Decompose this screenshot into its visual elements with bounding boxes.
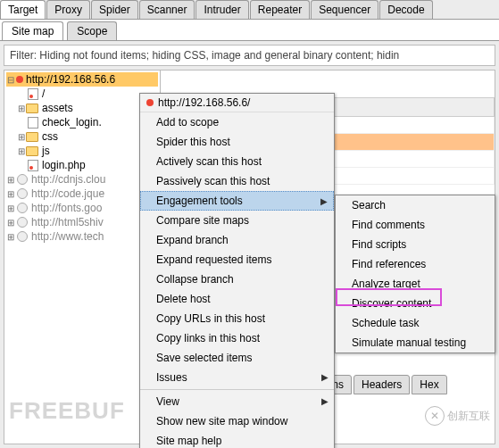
ctx-item-label: Issues bbox=[156, 371, 187, 384]
submenu-arrow-icon: ▶ bbox=[320, 196, 328, 206]
context-menu: http://192.168.56.6/ Add to scope Spider… bbox=[139, 93, 335, 448]
tree-item[interactable]: check_login. bbox=[6, 115, 158, 129]
col-url[interactable] bbox=[309, 98, 495, 117]
tree-item-label: http://html5shiv bbox=[31, 216, 104, 228]
ctx-simulate-testing[interactable]: Simulate manual testing bbox=[336, 333, 495, 353]
file-icon bbox=[28, 117, 38, 129]
tree-item[interactable]: ⊞ http://fonts.goo bbox=[6, 201, 158, 215]
ctx-expand-branch[interactable]: Expand branch bbox=[140, 230, 334, 250]
ctx-add-to-scope[interactable]: Add to scope bbox=[140, 112, 334, 132]
ctx-find-comments[interactable]: Find comments bbox=[336, 215, 495, 235]
tree-item-label: http://code.jque bbox=[31, 187, 104, 200]
expand-handle-icon[interactable]: ⊟ bbox=[6, 75, 15, 85]
ctx-item-label: View bbox=[156, 395, 179, 408]
globe-icon bbox=[17, 231, 28, 242]
globe-icon bbox=[17, 217, 28, 228]
tree-item[interactable]: / bbox=[6, 87, 158, 101]
tree-item[interactable]: ⊞ assets bbox=[6, 101, 158, 115]
ctx-active-scan[interactable]: Actively scan this host bbox=[140, 152, 334, 171]
tab-repeater[interactable]: Repeater bbox=[250, 0, 310, 19]
expand-handle-icon[interactable]: ⊞ bbox=[17, 104, 26, 113]
globe-icon bbox=[17, 203, 28, 213]
ctx-engagement-tools[interactable]: Engagement tools▶ bbox=[140, 191, 334, 211]
tree-item[interactable]: ⊞ js bbox=[6, 144, 158, 158]
tree-item[interactable]: ⊞ http://code.jque bbox=[6, 187, 158, 201]
ctx-new-window[interactable]: Show new site map window bbox=[140, 411, 334, 431]
tab-intruder[interactable]: Intruder bbox=[195, 0, 248, 19]
view-tab-bar: ms Headers Hex bbox=[321, 375, 449, 394]
ctx-collapse-branch[interactable]: Collapse branch bbox=[140, 270, 334, 289]
tab-decoder[interactable]: Decode bbox=[379, 0, 432, 19]
expand-handle-icon[interactable]: ⊞ bbox=[6, 203, 15, 213]
expand-handle-icon[interactable]: ⊞ bbox=[17, 146, 26, 156]
expand-handle-icon[interactable]: ⊞ bbox=[6, 189, 15, 199]
folder-icon bbox=[26, 132, 38, 142]
tab-proxy[interactable]: Proxy bbox=[46, 0, 90, 19]
submenu-arrow-icon: ▶ bbox=[321, 372, 329, 382]
tree-item[interactable]: ⊞ http://www.tech bbox=[6, 229, 158, 244]
tab-hex[interactable]: Hex bbox=[412, 375, 446, 394]
context-menu-title: http://192.168.56.6/ bbox=[140, 94, 334, 112]
ctx-copy-urls[interactable]: Copy URLs in this host bbox=[140, 309, 334, 328]
tree-item-label: http://www.tech bbox=[31, 230, 104, 243]
sub-tab-bar: Site map Scope bbox=[0, 20, 499, 41]
expand-handle-icon[interactable]: ⊞ bbox=[6, 218, 15, 228]
tree-root[interactable]: ⊟ http://192.168.56.6 bbox=[6, 72, 158, 87]
ctx-search[interactable]: Search bbox=[336, 195, 495, 215]
tree-root-label: http://192.168.56.6 bbox=[26, 73, 115, 86]
tree-item-label: login.php bbox=[42, 159, 86, 171]
expand-handle-icon[interactable]: ⊞ bbox=[6, 232, 15, 242]
tree-item-label: / bbox=[42, 87, 45, 100]
ctx-issues[interactable]: Issues▶ bbox=[140, 368, 334, 387]
tab-sequencer[interactable]: Sequencer bbox=[311, 0, 378, 19]
tab-target[interactable]: Target bbox=[0, 0, 46, 19]
tab-scope[interactable]: Scope bbox=[67, 21, 117, 40]
tree-item-label: assets bbox=[42, 102, 73, 114]
ctx-expand-requested[interactable]: Expand requested items bbox=[140, 250, 334, 270]
ctx-spider-host[interactable]: Spider this host bbox=[140, 132, 334, 152]
folder-icon bbox=[26, 104, 38, 113]
tab-spider[interactable]: Spider bbox=[91, 0, 138, 19]
cell-url: / bbox=[309, 134, 495, 151]
ctx-passive-scan[interactable]: Passively scan this host bbox=[140, 171, 334, 191]
tree-item-label: http://fonts.goo bbox=[31, 202, 102, 214]
tree-item[interactable]: ⊞ css bbox=[6, 129, 158, 144]
tree-item[interactable]: ⊞ http://cdnjs.clou bbox=[6, 172, 158, 187]
file-icon bbox=[28, 160, 38, 171]
ctx-help[interactable]: Site map help bbox=[140, 431, 334, 448]
ctx-item-label: Engagement tools bbox=[156, 195, 243, 207]
context-menu-title-text: http://192.168.56.6/ bbox=[158, 96, 250, 109]
file-icon bbox=[28, 88, 38, 100]
ctx-delete-host[interactable]: Delete host bbox=[140, 289, 334, 309]
cell-url: /as bbox=[309, 168, 495, 185]
tab-site-map[interactable]: Site map bbox=[2, 21, 63, 40]
tree-item-label: http://cdnjs.clou bbox=[31, 173, 105, 186]
filter-bar[interactable]: Filter: Hiding not found items; hiding C… bbox=[4, 45, 495, 66]
status-dot-icon bbox=[15, 75, 24, 84]
ctx-copy-links[interactable]: Copy links in this host bbox=[140, 328, 334, 348]
main-tab-bar: Target Proxy Spider Scanner Intruder Rep… bbox=[0, 0, 499, 20]
tree-item-label: css bbox=[42, 130, 58, 143]
globe-icon bbox=[17, 188, 28, 199]
ctx-discover-content[interactable]: Discover content bbox=[336, 294, 495, 313]
cell-url: /as bbox=[309, 151, 495, 168]
ctx-save-items[interactable]: Save selected items bbox=[140, 348, 334, 368]
site-tree: ⊟ http://192.168.56.6 / ⊞ assets check_l… bbox=[4, 71, 161, 444]
submenu-engagement-tools: Search Find comments Find scripts Find r… bbox=[335, 195, 495, 353]
tab-scanner[interactable]: Scanner bbox=[139, 0, 195, 19]
expand-handle-icon[interactable]: ⊞ bbox=[6, 175, 15, 185]
expand-handle-icon[interactable]: ⊞ bbox=[17, 132, 26, 142]
ctx-view[interactable]: View▶ bbox=[140, 392, 334, 411]
tree-item[interactable]: login.php bbox=[6, 158, 158, 172]
separator bbox=[140, 389, 334, 390]
ctx-analyze-target[interactable]: Analyze target bbox=[336, 274, 495, 294]
status-dot-icon bbox=[146, 98, 154, 107]
tab-headers[interactable]: Headers bbox=[353, 375, 410, 394]
ctx-find-references[interactable]: Find references bbox=[336, 254, 495, 274]
tree-item[interactable]: ⊞ http://html5shiv bbox=[6, 215, 158, 229]
ctx-compare-maps[interactable]: Compare site maps bbox=[140, 211, 334, 230]
ctx-schedule-task[interactable]: Schedule task bbox=[336, 313, 495, 333]
tree-item-label: js bbox=[42, 145, 50, 157]
folder-icon bbox=[26, 146, 38, 156]
ctx-find-scripts[interactable]: Find scripts bbox=[336, 235, 495, 254]
